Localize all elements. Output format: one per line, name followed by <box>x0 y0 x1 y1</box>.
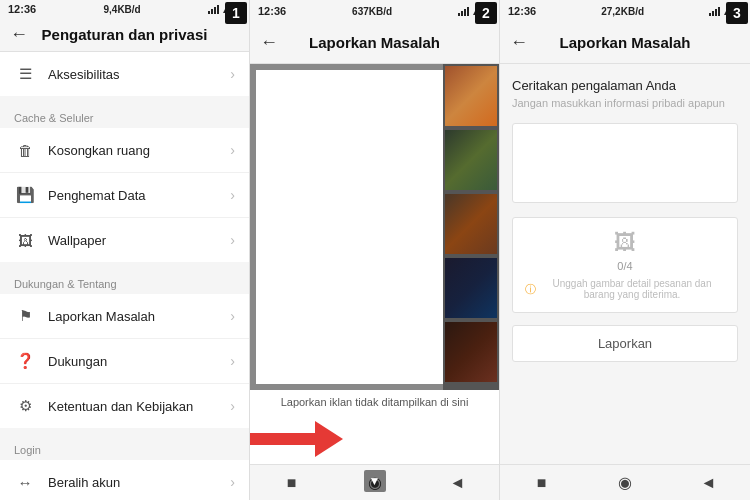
aksesibilitas-section: ☰ Aksesibilitas › <box>0 52 249 96</box>
panel-1: 1 12:36 9,4KB/d ▲ ▊ ← Pengaturan dan pri… <box>0 0 250 500</box>
cache-section: 🗑 Kosongkan ruang › 💾 Penghemat Data › 🖼… <box>0 128 249 262</box>
nav-square-2[interactable]: ■ <box>272 474 312 492</box>
upload-hint-text: ⓘ Unggah gambar detail pesanan dan baran… <box>525 278 725 300</box>
report-textarea[interactable] <box>512 123 738 203</box>
wallpaper-label: Wallpaper <box>48 233 230 248</box>
aksesibilitas-icon: ☰ <box>14 63 36 85</box>
dukungan-item[interactable]: ❓ Dukungan › <box>0 339 249 384</box>
chevron-icon: › <box>230 66 235 82</box>
laporkan-item[interactable]: ⚑ Laporkan Masalah › <box>0 294 249 339</box>
arrow-head <box>315 421 343 457</box>
beralih-item[interactable]: ↔ Beralih akun › <box>0 460 249 500</box>
ketentuan-label: Ketentuan dan Kebijakan <box>48 399 230 414</box>
status-info-1: 9,4KB/d <box>104 4 141 15</box>
thumbnail-5[interactable] <box>445 322 497 382</box>
ketentuan-icon: ⚙ <box>14 395 36 417</box>
report-privacy-hint: Jangan masukkan informasi pribadi apapun <box>512 97 738 109</box>
dukungan-label: Dukungan <box>48 354 230 369</box>
report-experience-label: Ceritakan pengalaman Anda <box>512 78 738 93</box>
report-body: Ceritakan pengalaman Anda Jangan masukka… <box>500 64 750 464</box>
status-time-1: 12:36 <box>8 3 36 15</box>
status-info-2: 637KB/d <box>352 6 392 17</box>
section-login-label: Login <box>0 436 249 460</box>
header-2: ← Laporkan Masalah <box>250 22 499 64</box>
status-info-3: 27,2KB/d <box>601 6 644 17</box>
dukungan-icon: ❓ <box>14 350 36 372</box>
penghemat-item[interactable]: 💾 Penghemat Data › <box>0 173 249 218</box>
nav-bar-3: ■ ◉ ◄ <box>500 464 750 500</box>
nav-home-3[interactable]: ◉ <box>605 473 645 492</box>
laporkan-label: Laporkan Masalah <box>48 309 230 324</box>
login-section: ↔ Beralih akun › ⎋ Keluar › <box>0 460 249 500</box>
page-title-3: Laporkan Masalah <box>540 34 710 51</box>
wallpaper-item[interactable]: 🖼 Wallpaper › <box>0 218 249 262</box>
chevron-icon-4: › <box>230 232 235 248</box>
panel-badge-2: 2 <box>475 2 497 24</box>
beralih-icon: ↔ <box>14 471 36 493</box>
panel2-content: ▼ Laporkan iklan tidak ditampilkan di si… <box>250 64 499 464</box>
bottom-caption: Laporkan iklan tidak ditampilkan di sini <box>250 390 499 414</box>
report-button[interactable]: Laporkan <box>512 325 738 362</box>
back-button-2[interactable]: ← <box>260 32 278 53</box>
header-3: ← Laporkan Masalah <box>500 22 750 64</box>
page-title-1: Pengaturan dan privasi <box>40 26 209 43</box>
panel-badge-3: 3 <box>726 2 748 24</box>
penghemat-label: Penghemat Data <box>48 188 230 203</box>
panel-badge-1: 1 <box>225 2 247 24</box>
panel-2: 2 12:36 637KB/d ▲ ▊ ← Laporkan Masalah ▼ <box>250 0 500 500</box>
main-image <box>256 70 443 384</box>
signal-icon-1 <box>208 4 219 14</box>
page-title-2: Laporkan Masalah <box>290 34 459 51</box>
header-1: ← Pengaturan dan privasi <box>0 18 249 52</box>
status-bar-1: 12:36 9,4KB/d ▲ ▊ <box>0 0 249 18</box>
red-arrow <box>315 421 435 457</box>
panel3-content: Ceritakan pengalaman Anda Jangan masukka… <box>500 64 750 464</box>
chevron-icon-8: › <box>230 474 235 490</box>
kosongkan-label: Kosongkan ruang <box>48 143 230 158</box>
upload-image-icon: 🖼 <box>614 230 636 256</box>
chevron-icon-5: › <box>230 308 235 324</box>
image-area: ▼ <box>250 64 499 390</box>
status-time-3: 12:36 <box>508 5 536 17</box>
thumbnail-4[interactable] <box>445 258 497 318</box>
nav-back-2[interactable]: ◄ <box>438 474 478 492</box>
wallpaper-icon: 🖼 <box>14 229 36 251</box>
aksesibilitas-label: Aksesibilitas <box>48 67 230 82</box>
ketentuan-item[interactable]: ⚙ Ketentuan dan Kebijakan › <box>0 384 249 428</box>
thumbnail-3[interactable] <box>445 194 497 254</box>
arrow-container <box>250 414 499 464</box>
status-bar-3: 12:36 27,2KB/d ▲ ▊ <box>500 0 750 22</box>
dukungan-section: ⚑ Laporkan Masalah › ❓ Dukungan › ⚙ Kete… <box>0 294 249 428</box>
thumbnail-2[interactable] <box>445 130 497 190</box>
kosongkan-item[interactable]: 🗑 Kosongkan ruang › <box>0 128 249 173</box>
signal-icon-3 <box>709 6 720 16</box>
upload-count: 0/4 <box>617 260 632 272</box>
chevron-icon-2: › <box>230 142 235 158</box>
chevron-icon-6: › <box>230 353 235 369</box>
aksesibilitas-item[interactable]: ☰ Aksesibilitas › <box>0 52 249 96</box>
nav-back-3[interactable]: ◄ <box>688 474 728 492</box>
chevron-icon-3: › <box>230 187 235 203</box>
penghemat-icon: 💾 <box>14 184 36 206</box>
section-cache-label: Cache & Seluler <box>0 104 249 128</box>
laporkan-icon: ⚑ <box>14 305 36 327</box>
info-circle-icon: ⓘ <box>525 282 536 297</box>
beralih-label: Beralih akun <box>48 475 230 490</box>
nav-square-3[interactable]: ■ <box>522 474 562 492</box>
status-bar-2: 12:36 637KB/d ▲ ▊ <box>250 0 499 22</box>
kosongkan-icon: 🗑 <box>14 139 36 161</box>
thumbnail-1[interactable] <box>445 66 497 126</box>
arrow-shaft <box>250 433 315 445</box>
thumbnail-strip: ▼ <box>443 64 499 390</box>
signal-icon-2 <box>458 6 469 16</box>
back-button-3[interactable]: ← <box>510 32 528 53</box>
panel-3: 3 12:36 27,2KB/d ▲ ▊ ← Laporkan Masalah … <box>500 0 750 500</box>
status-time-2: 12:36 <box>258 5 286 17</box>
section-dukungan-label: Dukungan & Tentang <box>0 270 249 294</box>
back-button-1[interactable]: ← <box>10 24 28 45</box>
chevron-icon-7: › <box>230 398 235 414</box>
upload-box: 🖼 0/4 ⓘ Unggah gambar detail pesanan dan… <box>512 217 738 313</box>
